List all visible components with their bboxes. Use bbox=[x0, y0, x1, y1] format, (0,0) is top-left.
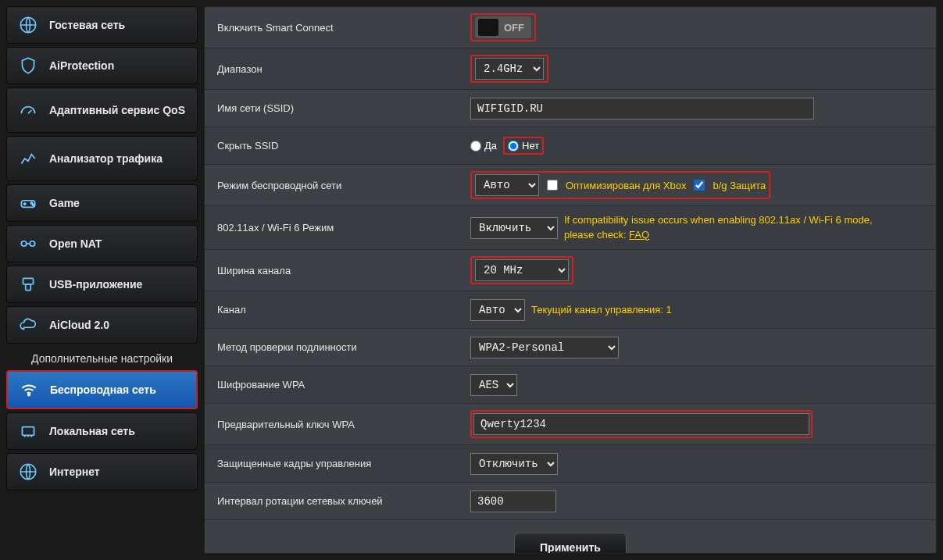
label-hide-ssid: Скрыть SSID bbox=[205, 130, 463, 161]
sidebar-item-aiprotection[interactable]: AiProtection bbox=[6, 47, 198, 84]
checkbox-xbox[interactable] bbox=[547, 180, 558, 191]
sidebar-item-opennat[interactable]: Open NAT bbox=[6, 225, 198, 262]
svg-rect-9 bbox=[22, 427, 34, 436]
sidebar-item-label: Open NAT bbox=[49, 237, 102, 250]
row-ssid: Имя сети (SSID) bbox=[205, 90, 936, 127]
globe-icon bbox=[16, 15, 40, 35]
sidebar-item-aicloud[interactable]: AiCloud 2.0 bbox=[6, 306, 198, 344]
shield-icon bbox=[16, 55, 40, 76]
row-channel-width: Ширина канала 20 MHz bbox=[205, 250, 936, 291]
svg-rect-7 bbox=[26, 284, 31, 291]
text-bg: b/g Защита bbox=[713, 180, 766, 191]
svg-point-4 bbox=[21, 241, 26, 247]
label-smart-connect: Включить Smart Connect bbox=[205, 12, 463, 43]
select-wifi6[interactable]: Включить bbox=[470, 217, 558, 239]
row-pmf: Защищенные кадры управления Отключить bbox=[205, 445, 936, 483]
ethernet-icon bbox=[16, 421, 40, 441]
note-channel: Текущий канал управления: 1 bbox=[531, 304, 672, 316]
link-faq[interactable]: FAQ bbox=[629, 229, 649, 241]
nat-icon bbox=[16, 234, 40, 254]
label-wpa-key: Предварительный ключ WPA bbox=[205, 409, 463, 440]
select-channel[interactable]: Авто bbox=[470, 299, 525, 321]
sidebar-item-label: AiCloud 2.0 bbox=[49, 319, 109, 331]
radio-hide-no[interactable]: Нет bbox=[508, 140, 539, 152]
sidebar-item-usb[interactable]: USB-приложение bbox=[6, 266, 198, 303]
label-channel-width: Ширина канала bbox=[205, 255, 463, 286]
sidebar-item-label: Локальная сеть bbox=[49, 425, 135, 437]
sidebar-item-label: Гостевая сеть bbox=[49, 19, 125, 31]
sidebar-item-internet[interactable]: Интернет bbox=[6, 453, 198, 490]
row-wireless-mode: Режим беспроводной сети Авто Оптимизиров… bbox=[205, 165, 936, 206]
svg-point-3 bbox=[32, 204, 34, 205]
select-wireless-mode[interactable]: Авто bbox=[475, 174, 539, 196]
chart-icon bbox=[16, 148, 40, 169]
label-band: Диапазон bbox=[205, 54, 463, 84]
label-auth: Метод проверки подлинности bbox=[205, 332, 463, 362]
text-xbox: Оптимизирован для Xbox bbox=[566, 180, 686, 191]
checkbox-bg[interactable] bbox=[694, 180, 705, 191]
sidebar-item-label: USB-приложение bbox=[49, 278, 142, 291]
gamepad-icon bbox=[16, 193, 40, 213]
sidebar-item-lan[interactable]: Локальная сеть bbox=[6, 412, 198, 450]
select-wpa-enc[interactable]: AES bbox=[470, 374, 517, 396]
radio-hide-yes[interactable]: Да bbox=[470, 140, 497, 152]
sidebar-item-wireless[interactable]: Беспроводная сеть bbox=[6, 370, 198, 409]
label-wpa-enc: Шифрование WPA bbox=[205, 369, 463, 400]
sidebar-item-game[interactable]: Game bbox=[6, 184, 198, 222]
sidebar-item-traffic[interactable]: Анализатор трафика bbox=[6, 136, 198, 181]
usb-icon bbox=[16, 274, 40, 294]
wifi-icon bbox=[17, 380, 41, 400]
sidebar-item-label: Адаптивный сервис QoS bbox=[49, 104, 185, 116]
apply-button[interactable]: Применить bbox=[514, 533, 627, 554]
svg-point-2 bbox=[30, 202, 32, 204]
row-auth: Метод проверки подлинности WPA2-Personal bbox=[205, 329, 936, 366]
row-wifi6: 802.11ax / Wi-Fi 6 Режим Включить If com… bbox=[205, 206, 936, 250]
select-auth[interactable]: WPA2-Personal bbox=[470, 337, 619, 358]
sidebar-item-label: Анализатор трафика bbox=[49, 152, 163, 165]
label-channel: Канал bbox=[205, 294, 463, 325]
sidebar-item-label: Беспроводная сеть bbox=[50, 383, 156, 396]
row-band: Диапазон 2.4GHz bbox=[205, 48, 936, 90]
sidebar-section-title: Дополнительные настройки bbox=[6, 347, 198, 367]
gauge-icon bbox=[16, 100, 40, 120]
sidebar-item-guest-network[interactable]: Гостевая сеть bbox=[6, 6, 198, 44]
sidebar-item-qos[interactable]: Адаптивный сервис QoS bbox=[6, 87, 198, 133]
label-pmf: Защищенные кадры управления bbox=[205, 448, 463, 479]
label-ssid: Имя сети (SSID) bbox=[205, 93, 463, 123]
select-band[interactable]: 2.4GHz bbox=[475, 58, 544, 80]
select-pmf[interactable]: Отключить bbox=[470, 453, 558, 475]
sidebar: Гостевая сеть AiProtection Адаптивный се… bbox=[6, 6, 198, 554]
input-rotate[interactable] bbox=[470, 490, 556, 512]
svg-point-5 bbox=[30, 241, 34, 247]
row-wpa-enc: Шифрование WPA AES bbox=[205, 366, 936, 404]
sidebar-item-label: AiProtection bbox=[49, 59, 114, 72]
label-wifi6: 802.11ax / Wi-Fi 6 Режим bbox=[205, 212, 463, 243]
note-wifi6: If compatibility issue occurs when enabl… bbox=[564, 213, 877, 241]
select-channel-width[interactable]: 20 MHz bbox=[475, 259, 569, 281]
input-ssid[interactable] bbox=[470, 98, 814, 119]
label-rotate: Интервал ротации сетевых ключей bbox=[205, 486, 463, 516]
row-wpa-key: Предварительный ключ WPA bbox=[205, 404, 936, 445]
cloud-icon bbox=[16, 315, 40, 335]
settings-panel: Включить Smart Connect OFF Диапазон 2.4G… bbox=[204, 6, 937, 554]
svg-point-8 bbox=[28, 394, 30, 396]
globe-icon bbox=[16, 462, 40, 482]
row-apply: Применить bbox=[205, 520, 936, 554]
sidebar-item-label: Интернет bbox=[49, 465, 100, 478]
row-rotate: Интервал ротации сетевых ключей bbox=[205, 483, 936, 520]
row-hide-ssid: Скрыть SSID Да Нет bbox=[205, 127, 936, 165]
row-channel: Канал Авто Текущий канал управления: 1 bbox=[205, 291, 936, 329]
row-smart-connect: Включить Smart Connect OFF bbox=[205, 7, 936, 48]
svg-rect-6 bbox=[23, 278, 34, 284]
toggle-smart-connect[interactable]: OFF bbox=[475, 16, 531, 38]
label-wireless-mode: Режим беспроводной сети bbox=[205, 170, 463, 201]
input-wpa-key[interactable] bbox=[473, 413, 809, 435]
sidebar-item-label: Game bbox=[49, 197, 80, 209]
